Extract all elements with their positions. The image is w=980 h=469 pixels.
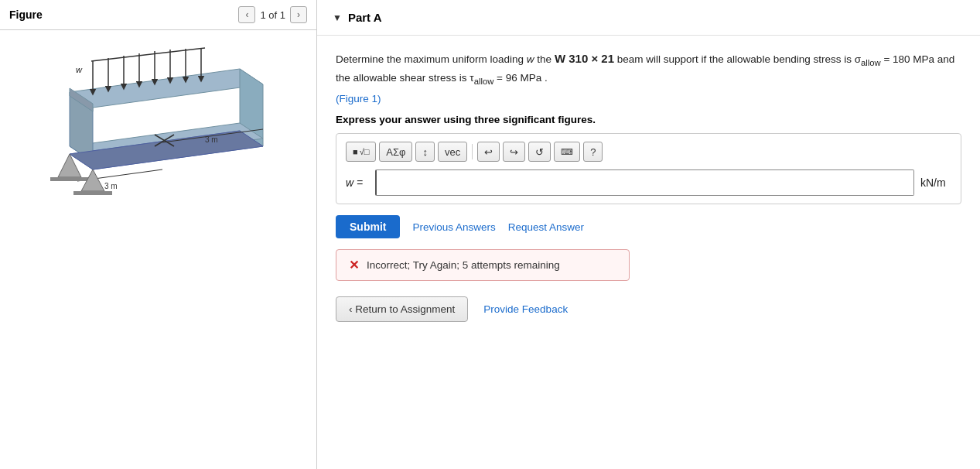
- svg-text:3 m: 3 m: [205, 135, 218, 144]
- submit-row: Submit Previous Answers Request Answer: [336, 215, 961, 238]
- right-panel: ▼ Part A Determine the maximum uniform l…: [317, 0, 980, 469]
- nav-count: 1 of 1: [260, 9, 285, 21]
- toolbar-separator: [472, 144, 473, 159]
- error-box: ✕ Incorrect; Try Again; 5 attempts remai…: [336, 249, 630, 281]
- request-answer-link[interactable]: Request Answer: [508, 221, 584, 233]
- toolbar-updown-btn[interactable]: ↕: [415, 142, 435, 162]
- figure-link[interactable]: (Figure 1): [336, 93, 381, 104]
- submit-button[interactable]: Submit: [336, 215, 400, 238]
- svg-marker-0: [70, 69, 263, 108]
- unit-label: kN/m: [920, 176, 951, 189]
- toolbar-reset-btn[interactable]: ↺: [528, 142, 551, 162]
- svg-rect-26: [73, 191, 112, 195]
- figure-title: Figure: [9, 9, 43, 21]
- figure-content: w 3 m 3 m: [0, 30, 316, 469]
- toolbar-symbol-btn[interactable]: ΑΣφ: [379, 142, 412, 162]
- error-icon: ✕: [349, 258, 359, 272]
- provide-feedback-link[interactable]: Provide Feedback: [483, 303, 568, 315]
- toolbar-matrix-btn[interactable]: ■√□: [346, 142, 376, 162]
- previous-answers-link[interactable]: Previous Answers: [412, 221, 495, 233]
- figure-header: Figure ‹ 1 of 1 ›: [0, 0, 316, 30]
- nav-prev-button[interactable]: ‹: [238, 6, 255, 23]
- left-panel: Figure ‹ 1 of 1 ›: [0, 0, 317, 469]
- svg-rect-24: [50, 177, 89, 181]
- svg-text:w: w: [76, 65, 83, 74]
- express-label: Express your answer using three signific…: [336, 114, 961, 125]
- part-header: ▼ Part A: [317, 0, 980, 36]
- math-toolbar: ■√□ ΑΣφ ↕ vec ↩ ↪ ↺: [346, 142, 951, 162]
- svg-text:3 m: 3 m: [104, 182, 118, 190]
- figure-nav: ‹ 1 of 1 ›: [238, 6, 307, 23]
- toolbar-redo-btn[interactable]: ↪: [503, 142, 525, 162]
- part-title: Part A: [348, 11, 382, 24]
- nav-next-button[interactable]: ›: [290, 6, 307, 23]
- svg-line-15: [91, 48, 205, 61]
- collapse-arrow-icon[interactable]: ▼: [333, 12, 342, 23]
- equation-row: w = kN/m: [346, 169, 951, 196]
- toolbar-vec-btn[interactable]: vec: [438, 142, 467, 162]
- input-area: ■√□ ΑΣφ ↕ vec ↩ ↪ ↺: [336, 133, 961, 204]
- beam-illustration: w 3 m 3 m: [8, 46, 309, 216]
- answer-input[interactable]: [375, 169, 914, 196]
- part-body: Determine the maximum uniform loading w …: [317, 36, 980, 336]
- problem-description: Determine the maximum uniform loading w …: [336, 50, 961, 87]
- toolbar-undo-btn[interactable]: ↩: [477, 142, 500, 162]
- return-to-assignment-button[interactable]: ‹ Return to Assignment: [336, 296, 468, 322]
- bottom-row: ‹ Return to Assignment Provide Feedback: [336, 296, 961, 322]
- error-text: Incorrect; Try Again; 5 attempts remaini…: [367, 259, 560, 271]
- equation-label: w =: [346, 176, 369, 189]
- toolbar-keyboard-btn[interactable]: ⌨: [554, 142, 580, 162]
- toolbar-help-btn[interactable]: ?: [583, 142, 603, 162]
